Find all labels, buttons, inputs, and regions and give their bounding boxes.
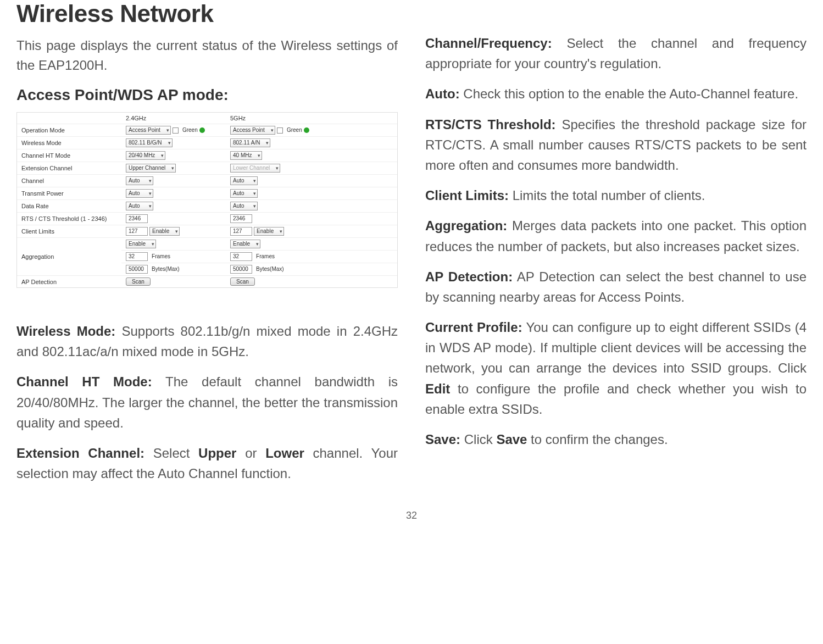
col-5ghz: 5GHz [226,113,397,124]
row-wireless-mode: Wireless Mode [17,137,121,149]
datarate-24-select[interactable]: Auto [126,202,153,210]
current-profile-para: Current Profile: You can configure up to… [425,317,807,419]
row-rts: RTS / CTS Threshold (1 - 2346) [17,213,121,225]
page-title: Wireless Network [16,0,398,27]
row-ap-detection: AP Detection [17,276,121,288]
wireless-mode-24-select[interactable]: 802.11 B/G/N [126,138,173,147]
extension-5-select[interactable]: Lower Channel [230,164,280,173]
channel-ht-5-select[interactable]: 40 MHz [230,151,262,160]
mode-subheading: Access Point/WDS AP mode: [16,86,398,104]
clients-5-enable[interactable]: Enable [254,227,284,236]
operation-mode-5-select[interactable]: Access Point [230,126,275,135]
green-dot-icon [304,127,309,133]
agg-24-enable[interactable]: Enable [126,240,156,248]
rts-para: RTS/CTS Threshold: Specifies the thresho… [425,114,807,176]
curprof-label: Current Profile: [425,320,522,335]
row-tx-power: Transmit Power [17,187,121,200]
channel-ht-para: Channel HT Mode: The default channel ban… [16,371,398,433]
wireless-mode-para: Wireless Mode: Supports 802.11b/g/n mixe… [16,321,398,362]
agg-label: Aggregation: [425,218,507,233]
save-label: Save: [425,432,460,447]
green-checkbox-5[interactable] [277,127,283,134]
curprof-text-2: to configure the profile and check wheth… [425,381,807,417]
apdet-label: AP Detection: [425,269,513,284]
climits-label: Client Limits: [425,188,509,203]
save-para: Save: Click Save to confirm the changes. [425,429,807,449]
row-operation-mode: Operation Mode [17,124,121,137]
row-aggregation: Aggregation [17,238,121,276]
agg-bytes-5-input[interactable]: 50000 [230,265,252,274]
frames-label: Frames [256,253,275,259]
bytes-label: Bytes(Max) [152,266,180,272]
wireless-mode-5-select[interactable]: 802.11 A/N [230,138,270,147]
chfreq-label: Channel/Frequency: [425,36,552,51]
clients-24-input[interactable]: 127 [126,227,148,236]
save-word: Save [496,432,527,447]
auto-para: Auto: Check this option to the enable th… [425,84,807,104]
rts-5-input[interactable]: 2346 [230,214,252,223]
row-client-limits: Client Limits [17,225,121,238]
aggregation-para: Aggregation: Merges data packets into on… [425,215,807,256]
ap-detection-para: AP Detection: AP Detection can select th… [425,267,807,307]
green-dot-icon [199,127,205,133]
agg-bytes-24-input[interactable]: 50000 [126,265,148,274]
scan-5-button[interactable]: Scan [230,277,255,286]
upper-word: Upper [198,446,236,460]
page-number: 32 [0,510,823,521]
channel-ht-24-select[interactable]: 20/40 MHz [126,151,165,160]
bytes-label: Bytes(Max) [256,266,284,272]
clients-24-enable[interactable]: Enable [149,227,180,236]
rts-24-input[interactable]: 2346 [126,214,148,223]
client-limits-para: Client Limits: Limits the total number o… [425,185,807,206]
channel-5-select[interactable]: Auto [230,176,258,185]
channel-24-select[interactable]: Auto [126,176,153,185]
auto-label: Auto: [425,86,460,101]
edit-word: Edit [425,381,450,396]
ext-text-1: Select [144,446,198,460]
channel-frequency-para: Channel/Frequency: Select the channel an… [425,33,807,74]
datarate-5-select[interactable]: Auto [230,202,258,210]
scan-24-button[interactable]: Scan [126,277,151,286]
row-data-rate: Data Rate [17,200,121,213]
operation-mode-24-select[interactable]: Access Point [126,126,171,135]
channel-ht-label: Channel HT Mode: [16,374,152,389]
green-checkbox-24[interactable] [173,127,179,134]
wireless-mode-label: Wireless Mode: [16,324,115,338]
txpower-5-select[interactable]: Auto [230,189,258,198]
clients-5-input[interactable]: 127 [230,227,252,236]
extension-24-select[interactable]: Upper Channel [126,164,176,173]
rts-label: RTS/CTS Threshold: [425,117,556,132]
agg-frames-24-input[interactable]: 32 [126,252,148,261]
agg-frames-5-input[interactable]: 32 [230,252,252,261]
auto-text: Check this option to the enable the Auto… [460,86,798,101]
extension-channel-para: Extension Channel: Select Upper or Lower… [16,443,398,484]
climits-text: Limits the total number of clients. [509,188,705,203]
row-channel-ht: Channel HT Mode [17,149,121,162]
save-text-2: to confirm the changes. [527,432,668,447]
lower-word: Lower [265,446,304,460]
ext-or: or [236,446,265,460]
extension-label: Extension Channel: [16,446,144,460]
green-label-24: Green [182,127,198,133]
frames-label: Frames [152,253,170,259]
save-text-1: Click [460,432,496,447]
settings-screenshot: 2.4GHz 5GHz Operation Mode Access Point … [16,112,398,288]
col-24ghz: 2.4GHz [121,113,226,124]
txpower-24-select[interactable]: Auto [126,189,153,198]
row-channel: Channel [17,175,121,187]
agg-5-enable[interactable]: Enable [230,240,260,248]
green-label-5: Green [287,127,302,133]
intro-text: This page displays the current status of… [16,36,398,75]
row-extension: Extension Channel [17,162,121,175]
